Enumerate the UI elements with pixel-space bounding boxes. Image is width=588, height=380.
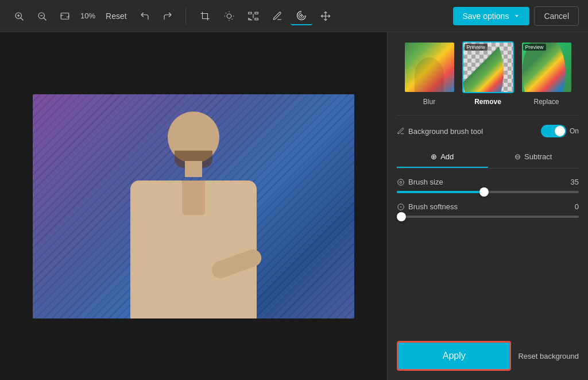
brush-size-icon	[397, 178, 405, 186]
replace-preview-badge: Preview	[523, 44, 546, 51]
transform-tool-button[interactable]	[315, 7, 336, 25]
brightness-icon	[224, 11, 234, 21]
crop-tool-button[interactable]	[194, 7, 216, 25]
crop-icon	[200, 11, 210, 21]
zoom-level: 10%	[78, 11, 98, 20]
svg-marker-18	[248, 18, 251, 20]
save-options-button[interactable]: Save options	[453, 7, 529, 25]
brush-size-value: 35	[571, 178, 579, 186]
brush-tool-text: Background brush tool	[408, 127, 483, 136]
zoom-in-button[interactable]	[9, 7, 29, 25]
brush-size-text: Brush size	[408, 178, 443, 186]
add-label: Add	[440, 152, 454, 161]
tool-icons	[194, 7, 336, 25]
draw-tool-button[interactable]	[266, 7, 288, 25]
brush-size-section: Brush size 35	[397, 178, 579, 193]
brush-tool-row: Background brush tool On	[397, 125, 579, 137]
zoom-in-icon	[14, 11, 24, 21]
panel-divider-1	[397, 115, 579, 116]
redo-button[interactable]	[158, 7, 177, 25]
svg-line-11	[226, 13, 226, 13]
toggle-thumb	[555, 126, 565, 136]
svg-marker-17	[255, 18, 258, 20]
svg-point-27	[400, 206, 401, 207]
svg-marker-15	[255, 12, 258, 14]
toggle-label: On	[570, 127, 579, 135]
apply-button[interactable]: Apply	[397, 341, 511, 371]
undo-button[interactable]	[135, 7, 154, 25]
redo-icon	[163, 11, 173, 21]
transform-icon	[320, 11, 331, 21]
thumb-blur-img	[405, 43, 454, 92]
svg-rect-7	[61, 13, 69, 19]
bg-thumbnail-remove: Preview	[462, 41, 514, 93]
svg-line-5	[44, 18, 47, 21]
brush-softness-thumb[interactable]	[397, 212, 406, 221]
add-tab[interactable]: ⊕ Add	[397, 147, 488, 168]
brush-softness-icon	[397, 203, 405, 211]
main-content: Blur Preview Remove	[0, 32, 588, 380]
brush-softness-section: Brush softness 0	[397, 202, 579, 218]
brush-size-thumb[interactable]	[479, 187, 489, 197]
toolbar-right: Save options Cancel	[453, 6, 579, 26]
brush-softness-text: Brush softness	[408, 202, 458, 211]
add-icon: ⊕	[431, 152, 437, 161]
zoom-out-icon	[37, 11, 47, 21]
aspect-ratio-icon	[60, 11, 70, 21]
subtract-tab[interactable]: ⊖ Subtract	[488, 147, 579, 168]
svg-point-20	[300, 14, 302, 16]
remove-preview-badge: Preview	[465, 44, 488, 51]
brush-size-label: Brush size	[397, 178, 443, 186]
zoom-out-button[interactable]	[32, 7, 52, 25]
reset-background-button[interactable]: Reset background	[518, 352, 579, 360]
reset-button[interactable]: Reset	[101, 8, 131, 24]
person-body	[130, 181, 257, 318]
brush-tool-toggle[interactable]: On	[541, 125, 579, 137]
draw-icon	[272, 11, 283, 21]
brush-size-header: Brush size 35	[397, 178, 579, 186]
undo-icon	[140, 11, 150, 21]
filter-icon	[248, 11, 258, 21]
remove-label: Remove	[474, 98, 501, 106]
toggle-track[interactable]	[541, 125, 566, 137]
right-panel: Blur Preview Remove	[387, 32, 588, 380]
bg-option-remove[interactable]: Preview Remove	[462, 41, 514, 106]
canvas-area[interactable]	[0, 32, 387, 380]
svg-point-26	[398, 204, 404, 210]
effects-icon	[296, 10, 307, 21]
bg-option-blur[interactable]: Blur	[404, 41, 455, 106]
svg-point-25	[400, 181, 402, 183]
subtract-icon: ⊖	[514, 152, 521, 161]
bg-option-replace[interactable]: Preview Replace	[521, 41, 572, 106]
toolbar-divider	[185, 8, 186, 24]
brush-size-track[interactable]	[397, 191, 579, 193]
svg-line-12	[231, 18, 232, 19]
brush-tool-icon	[397, 127, 405, 135]
brush-softness-track[interactable]	[397, 216, 579, 218]
image-preview	[33, 94, 354, 318]
chevron-down-icon	[513, 13, 520, 20]
effects-tool-button[interactable]	[291, 7, 312, 25]
subtract-label: Subtract	[524, 152, 552, 161]
brush-size-fill	[397, 191, 484, 193]
bg-thumbnail-replace: Preview	[521, 41, 572, 93]
replace-label: Replace	[533, 98, 559, 106]
save-options-label: Save options	[462, 11, 509, 21]
filter-tool-button[interactable]	[242, 7, 264, 25]
person-neck	[185, 161, 202, 177]
toolbar-left: 10% Reset	[9, 7, 448, 25]
person-container	[33, 94, 354, 318]
person-shape	[119, 106, 268, 318]
shirt-collar	[182, 181, 205, 215]
svg-marker-23	[515, 15, 519, 17]
svg-line-1	[21, 18, 24, 21]
background-options: Blur Preview Remove	[397, 41, 579, 106]
cancel-button[interactable]: Cancel	[534, 6, 579, 26]
brush-softness-value: 0	[575, 202, 579, 211]
brush-softness-header: Brush softness 0	[397, 202, 579, 211]
svg-point-24	[398, 179, 404, 185]
aspect-ratio-button[interactable]	[55, 7, 75, 25]
brush-softness-label: Brush softness	[397, 202, 458, 211]
adjust-tool-button[interactable]	[218, 7, 240, 25]
bg-thumbnail-blur	[404, 41, 455, 93]
